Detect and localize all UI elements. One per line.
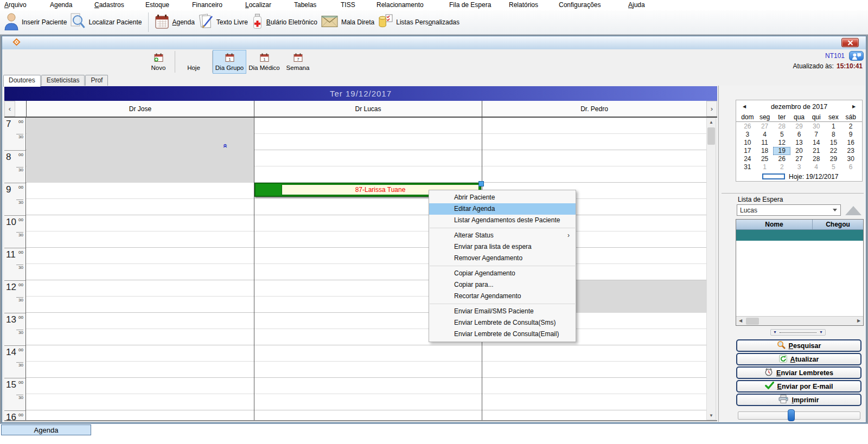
view-button-semana[interactable]: 7Semana	[282, 50, 314, 74]
toolbar-item-bul-rio-eletr-nico[interactable]: Bulário Eletrônico	[252, 14, 317, 31]
zoom-slider-handle[interactable]	[788, 409, 795, 421]
view-button-hoje[interactable]: Hoje	[175, 50, 212, 74]
menu-localizar[interactable]: Localizar	[245, 1, 271, 9]
button-enviar-lembretes[interactable]: Enviar Lembretes	[736, 366, 861, 379]
calendar-day-27[interactable]: 27	[756, 123, 774, 130]
context-item-alterar-status[interactable]: Alterar Status›	[429, 230, 576, 241]
scroll-down-icon[interactable]: ▼	[707, 411, 715, 420]
calendar-day-25[interactable]: 25	[756, 156, 774, 163]
appointment-resize-handle[interactable]	[478, 181, 484, 186]
calendar-day-3[interactable]: 3	[790, 164, 808, 171]
expand-up-icon[interactable]: «	[221, 144, 230, 148]
button-atualizar[interactable]: Atualizar	[736, 353, 861, 365]
waiting-list-select[interactable]: Lucas	[737, 204, 841, 216]
scroll-thumb[interactable]	[746, 318, 759, 325]
view-button-novo[interactable]: Novo	[142, 50, 175, 74]
calendar-day-23[interactable]: 23	[842, 147, 859, 155]
button-pesquisar[interactable]: Pesquisar	[736, 339, 861, 352]
calendar-day-2[interactable]: 2	[842, 123, 859, 130]
calendar-day-6[interactable]: 6	[790, 131, 808, 138]
context-item-copiar-agendamento[interactable]: Copiar Agendamento	[429, 268, 576, 279]
menu-configura-es[interactable]: Configurações	[559, 1, 601, 9]
calendar-day-27[interactable]: 27	[790, 156, 808, 163]
button-imprimir[interactable]: Imprimir	[736, 394, 861, 406]
toolbar-item-localizar-paciente[interactable]: Localizar Paciente	[71, 13, 142, 31]
context-item-enviar-para-lista-de-espera[interactable]: Enviar para lista de espera	[429, 241, 576, 253]
calendar-day-26[interactable]: 26	[739, 123, 756, 130]
scroll-up-icon[interactable]: ▲	[707, 118, 715, 126]
context-item-recortar-agendamento[interactable]: Recortar Agendamento	[429, 291, 576, 302]
calendar-day-7[interactable]: 7	[808, 131, 825, 138]
calendar-day-30[interactable]: 30	[842, 156, 859, 163]
calendar-day-24[interactable]: 24	[739, 156, 756, 163]
calendar-day-2[interactable]: 2	[773, 164, 790, 171]
view-button-dia-grupo[interactable]: 1Dia Grupo	[213, 50, 246, 74]
context-item-listar-agendamentos-deste-paciente[interactable]: Listar Agendamentos deste Paciente	[429, 215, 576, 226]
column-header-dr-pedro[interactable]: Dr. Pedro	[482, 101, 706, 117]
panel-splitter[interactable]: ▼ ▼	[770, 329, 826, 336]
menu-agenda[interactable]: Agenda	[50, 1, 72, 9]
calendar-day-6[interactable]: 6	[842, 164, 859, 171]
menu-ajuda[interactable]: Ajuda	[628, 1, 645, 9]
calendar-day-30[interactable]: 30	[808, 123, 825, 130]
calendar-day-14[interactable]: 14	[808, 139, 825, 146]
calendar-day-4[interactable]: 4	[808, 164, 825, 171]
calendar-day-9[interactable]: 9	[842, 131, 859, 138]
menu-relat-rios[interactable]: Relatórios	[509, 1, 538, 9]
calendar-day-4[interactable]: 4	[756, 131, 774, 138]
waiting-col-chegou[interactable]: Chegou	[812, 220, 863, 229]
menu-tiss[interactable]: TISS	[341, 1, 355, 9]
calendar-day-12[interactable]: 12	[773, 139, 790, 146]
menu-relacionamento[interactable]: Relacionamento	[376, 1, 424, 9]
schedule-grid[interactable]: 87-Larissa Tuane«	[26, 118, 706, 420]
context-item-enviar-email-sms-paciente[interactable]: Enviar Email/SMS Paciente	[429, 306, 576, 317]
chat-icon[interactable]	[849, 51, 864, 61]
menu-arquivo[interactable]: Arquivo	[4, 1, 27, 9]
calendar-day-28[interactable]: 28	[773, 123, 790, 130]
calendar-day-17[interactable]: 17	[739, 147, 756, 155]
scroll-columns-left[interactable]: ‹	[4, 101, 15, 117]
calendar-day-3[interactable]: 3	[739, 131, 756, 138]
toolbar-item-listas-personalizadas[interactable]: Listas Personalizadas	[378, 14, 459, 30]
calendar-day-20[interactable]: 20	[790, 147, 808, 155]
mini-calendar[interactable]: ◀ dezembro de 2017 ▶ domsegterquaquisexs…	[736, 100, 863, 182]
toolbar-item-inserir-paciente[interactable]: Inserir Paciente	[4, 12, 67, 32]
context-item-enviar-lembrete-de-consulta-email[interactable]: Enviar Lembrete de Consulta(Email)	[429, 329, 576, 340]
tab-esteticistas[interactable]: Esteticistas	[41, 75, 85, 86]
grid-vertical-scrollbar[interactable]: ▲ ▼	[706, 118, 716, 420]
tab-prof[interactable]: Prof	[85, 75, 108, 86]
calendar-day-13[interactable]: 13	[790, 139, 808, 146]
calendar-day-5[interactable]: 5	[773, 131, 790, 138]
calendar-day-5[interactable]: 5	[825, 164, 843, 171]
scroll-thumb[interactable]	[707, 127, 715, 145]
calendar-day-18[interactable]: 18	[756, 147, 774, 155]
menu-tabelas[interactable]: Tabelas	[294, 1, 316, 9]
calendar-day-10[interactable]: 10	[739, 139, 756, 146]
calendar-day-31[interactable]: 31	[739, 164, 756, 171]
calendar-day-29[interactable]: 29	[790, 123, 808, 130]
calendar-next-icon[interactable]: ▶	[851, 104, 857, 109]
waiting-col-nome[interactable]: Nome	[736, 220, 812, 229]
calendar-day-19[interactable]: 19	[773, 147, 790, 155]
context-item-copiar-para[interactable]: Copiar para...	[429, 279, 576, 291]
waiting-list-selected-row[interactable]	[736, 230, 863, 241]
scroll-columns-right[interactable]: ›	[706, 101, 717, 117]
calendar-day-16[interactable]: 16	[842, 139, 859, 146]
context-item-abrir-paciente[interactable]: Abrir Paciente	[429, 192, 576, 203]
menu-financeiro[interactable]: Financeiro	[192, 1, 222, 9]
calendar-day-22[interactable]: 22	[825, 147, 843, 155]
agenda-titlebar[interactable]	[2, 36, 866, 49]
button-enviar-por-e-mail[interactable]: Enviar por E-mail	[736, 380, 861, 392]
waiting-list-hscrollbar[interactable]: ◀ ▶	[736, 316, 863, 325]
column-header-dr-jose[interactable]: Dr Jose	[26, 101, 254, 117]
calendar-prev-icon[interactable]: ◀	[741, 104, 748, 109]
calendar-day-26[interactable]: 26	[773, 156, 790, 163]
menu-estoque[interactable]: Estoque	[145, 1, 169, 9]
calendar-day-29[interactable]: 29	[825, 156, 843, 163]
waiting-list-table[interactable]: NomeChegou ◀ ▶	[736, 219, 864, 326]
menu-fila-de-espera[interactable]: Fila de Espera	[449, 1, 491, 9]
tab-doutores[interactable]: Doutores	[3, 75, 41, 87]
toolbar-item-mala-direta[interactable]: Mala Direta	[321, 15, 374, 30]
calendar-day-21[interactable]: 21	[808, 147, 825, 155]
toolbar-item-agenda[interactable]: Agenda	[155, 14, 194, 30]
